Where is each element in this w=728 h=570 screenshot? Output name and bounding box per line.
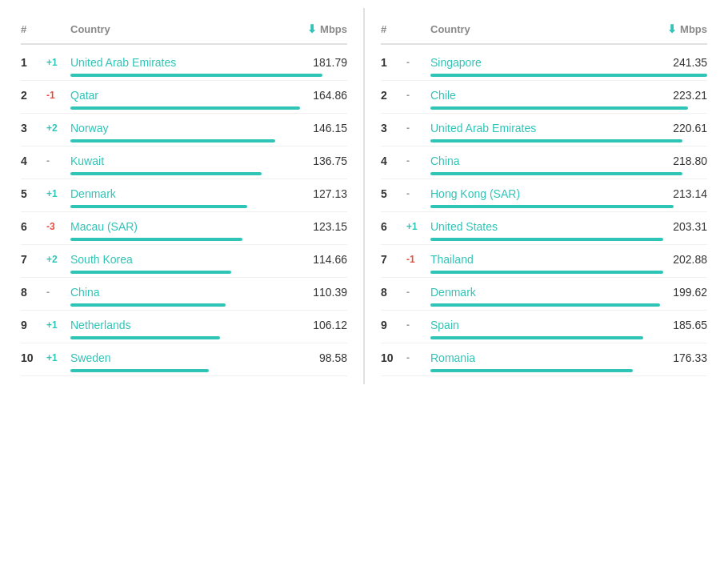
left-header: # Country ⬇ Mbps bbox=[21, 16, 347, 45]
change-indicator: +1 bbox=[406, 221, 430, 232]
left-panel: # Country ⬇ Mbps 1 +1 United Arab Emirat… bbox=[8, 8, 360, 384]
bar-container bbox=[430, 303, 707, 307]
left-country-header: Country bbox=[70, 23, 283, 35]
rank-number: 6 bbox=[381, 220, 406, 233]
bar-fill bbox=[430, 172, 682, 175]
mbps-value: 199.62 bbox=[643, 286, 707, 299]
rank-number: 5 bbox=[21, 187, 46, 200]
mbps-value: 106.12 bbox=[283, 319, 347, 331]
country-name[interactable]: Denmark bbox=[70, 187, 283, 200]
bar-container bbox=[430, 139, 707, 142]
bar-container bbox=[430, 336, 707, 339]
bar-fill bbox=[430, 303, 660, 307]
country-name[interactable]: United States bbox=[430, 220, 643, 233]
bar-fill bbox=[70, 336, 220, 339]
country-name[interactable]: Singapore bbox=[430, 56, 643, 69]
table-row: 10 +1 Sweden 98.58 bbox=[21, 343, 347, 376]
bar-fill bbox=[430, 271, 663, 274]
mbps-value: 114.66 bbox=[283, 253, 347, 266]
bar-container bbox=[430, 205, 707, 208]
rank-number: 8 bbox=[381, 286, 406, 299]
rank-number: 1 bbox=[21, 56, 46, 69]
country-name[interactable]: United Arab Emirates bbox=[430, 122, 643, 134]
bar-container bbox=[70, 303, 347, 307]
rank-number: 2 bbox=[21, 89, 46, 102]
country-name[interactable]: Thailand bbox=[430, 253, 643, 266]
right-panel: # Country ⬇ Mbps 1 - Singapore 241.35 2 … bbox=[368, 8, 720, 384]
change-indicator: +1 bbox=[46, 57, 70, 68]
change-indicator: - bbox=[46, 155, 70, 167]
change-indicator: -1 bbox=[46, 90, 70, 101]
bar-container bbox=[430, 238, 707, 241]
bar-container bbox=[70, 336, 347, 339]
rank-number: 7 bbox=[21, 253, 46, 266]
rank-number: 7 bbox=[381, 253, 406, 266]
rank-number: 10 bbox=[21, 351, 46, 364]
left-rank-header: # bbox=[21, 23, 46, 35]
bar-container bbox=[70, 271, 347, 274]
change-indicator: - bbox=[406, 319, 430, 331]
change-indicator: - bbox=[406, 57, 430, 68]
country-name[interactable]: Kuwait bbox=[70, 155, 283, 167]
bar-fill bbox=[430, 369, 633, 372]
rank-number: 1 bbox=[381, 56, 406, 69]
table-row: 1 - Singapore 241.35 bbox=[381, 48, 707, 81]
country-name[interactable]: China bbox=[430, 155, 643, 167]
bar-fill bbox=[430, 106, 688, 110]
rank-number: 5 bbox=[381, 187, 406, 200]
bar-container bbox=[70, 139, 347, 142]
bar-fill bbox=[70, 303, 226, 307]
country-name[interactable]: China bbox=[70, 286, 283, 299]
mbps-value: 202.88 bbox=[643, 253, 707, 266]
rank-number: 6 bbox=[21, 220, 46, 233]
change-indicator: +2 bbox=[46, 254, 70, 265]
table-row: 9 - Spain 185.65 bbox=[381, 311, 707, 343]
change-indicator: +2 bbox=[46, 122, 70, 134]
country-name[interactable]: South Korea bbox=[70, 253, 283, 266]
mbps-value: 218.80 bbox=[643, 155, 707, 167]
country-name[interactable]: United Arab Emirates bbox=[70, 56, 283, 69]
change-indicator: - bbox=[406, 188, 430, 199]
mbps-value: 181.79 bbox=[283, 56, 347, 69]
bar-container bbox=[70, 238, 347, 241]
bar-container bbox=[430, 172, 707, 175]
bar-fill bbox=[430, 238, 663, 241]
country-name[interactable]: Norway bbox=[70, 122, 283, 134]
change-indicator: +1 bbox=[46, 188, 70, 199]
country-name[interactable]: Qatar bbox=[70, 89, 283, 102]
bar-fill bbox=[70, 238, 242, 241]
country-name[interactable]: Spain bbox=[430, 319, 643, 331]
country-name[interactable]: Netherlands bbox=[70, 319, 283, 331]
country-name[interactable]: Denmark bbox=[430, 286, 643, 299]
bar-fill bbox=[430, 74, 707, 77]
change-indicator: - bbox=[406, 287, 430, 298]
change-indicator: - bbox=[406, 155, 430, 167]
bar-fill bbox=[70, 205, 247, 208]
country-name[interactable]: Romania bbox=[430, 351, 643, 364]
rank-number: 3 bbox=[381, 122, 406, 134]
country-name[interactable]: Chile bbox=[430, 89, 643, 102]
bar-container bbox=[430, 271, 707, 274]
right-country-header: Country bbox=[430, 23, 643, 35]
bar-fill bbox=[70, 139, 275, 142]
mbps-value: 110.39 bbox=[283, 286, 347, 299]
bar-fill bbox=[70, 74, 322, 77]
change-indicator: -1 bbox=[406, 254, 430, 265]
table-row: 6 -3 Macau (SAR) 123.15 bbox=[21, 212, 347, 245]
bar-fill bbox=[430, 336, 643, 339]
bar-fill bbox=[430, 205, 674, 208]
country-name[interactable]: Hong Kong (SAR) bbox=[430, 187, 643, 200]
country-name[interactable]: Sweden bbox=[70, 351, 283, 364]
bar-container bbox=[70, 205, 347, 208]
bar-container bbox=[70, 369, 347, 372]
change-indicator: - bbox=[46, 287, 70, 298]
table-row: 8 - Denmark 199.62 bbox=[381, 278, 707, 311]
table-row: 4 - Kuwait 136.75 bbox=[21, 147, 347, 179]
rank-number: 3 bbox=[21, 122, 46, 134]
rank-number: 4 bbox=[21, 155, 46, 167]
table-row: 9 +1 Netherlands 106.12 bbox=[21, 311, 347, 343]
table-row: 7 -1 Thailand 202.88 bbox=[381, 245, 707, 278]
table-row: 1 +1 United Arab Emirates 181.79 bbox=[21, 48, 347, 81]
change-indicator: +1 bbox=[46, 319, 70, 331]
country-name[interactable]: Macau (SAR) bbox=[70, 220, 283, 233]
